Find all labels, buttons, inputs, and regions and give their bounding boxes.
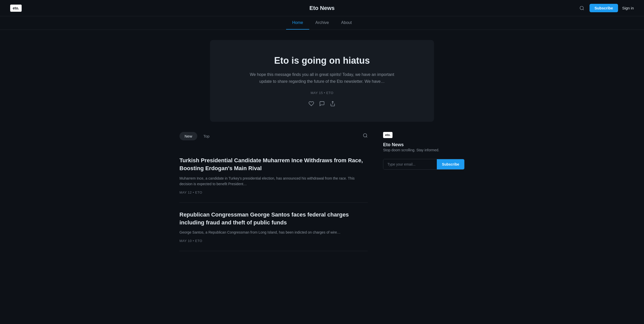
sidebar-subscribe-form: Subscribe [383, 159, 465, 170]
svg-point-3 [363, 134, 367, 137]
posts-search-button[interactable] [363, 133, 368, 139]
hero-actions [230, 101, 414, 106]
hero-title: Eto is going on hiatus [230, 55, 414, 66]
hero-description: We hope this message finds you all in gr… [246, 71, 398, 85]
post-card: Turkish Presidential Candidate Muharrem … [179, 148, 368, 202]
sidebar-email-input[interactable] [383, 159, 437, 169]
hero-section: Eto is going on hiatus We hope this mess… [210, 40, 434, 122]
main-content: New Top Turkish Presidential Candidate M… [169, 132, 475, 266]
tab-group: New Top [179, 132, 215, 140]
search-button[interactable] [578, 5, 585, 12]
header-actions: Subscribe Sign in [578, 4, 634, 12]
main-nav: Home Archive About [0, 16, 644, 30]
nav-item-about[interactable]: About [335, 16, 358, 30]
hero-like-button[interactable] [309, 101, 314, 106]
tab-new[interactable]: New [179, 132, 197, 140]
post-excerpt: Muharrem Ince, a candidate in Turkey's p… [179, 176, 368, 187]
sidebar-tagline: Stop doom scrolling. Stay informed. [383, 147, 465, 153]
hero-share-button[interactable] [330, 101, 335, 106]
post-title[interactable]: Republican Congressman George Santos fac… [179, 211, 368, 227]
nav-item-archive[interactable]: Archive [309, 16, 335, 30]
sidebar-title: Eto News [383, 142, 465, 147]
header-subscribe-button[interactable]: Subscribe [590, 4, 618, 12]
header-logo: eto. [10, 5, 22, 12]
header: eto. Eto News Subscribe Sign in [0, 0, 644, 16]
tab-top[interactable]: Top [198, 132, 215, 140]
svg-line-1 [583, 9, 584, 10]
hero-meta: MAY 15 • ETO [230, 91, 414, 95]
sidebar: eto. Eto News Stop doom scrolling. Stay … [383, 132, 465, 170]
post-excerpt: George Santos, a Republican Congressman … [179, 230, 368, 235]
nav-item-home[interactable]: Home [286, 16, 309, 30]
post-meta: MAY 12 • ETO [179, 191, 368, 194]
svg-line-4 [366, 137, 367, 138]
signin-button[interactable]: Sign in [622, 6, 634, 10]
hero-comment-button[interactable] [319, 101, 325, 106]
svg-point-0 [580, 6, 583, 9]
logo-box: eto. [10, 5, 22, 12]
site-title: Eto News [309, 5, 334, 11]
sidebar-logo-box: eto. [383, 132, 393, 138]
sidebar-subscribe-button[interactable]: Subscribe [437, 159, 464, 169]
posts-section: New Top Turkish Presidential Candidate M… [179, 132, 368, 251]
posts-header: New Top [179, 132, 368, 140]
post-meta: MAY 10 • ETO [179, 239, 368, 243]
post-title[interactable]: Turkish Presidential Candidate Muharrem … [179, 157, 368, 172]
sidebar-logo: eto. [383, 132, 465, 138]
post-card: Republican Congressman George Santos fac… [179, 203, 368, 251]
